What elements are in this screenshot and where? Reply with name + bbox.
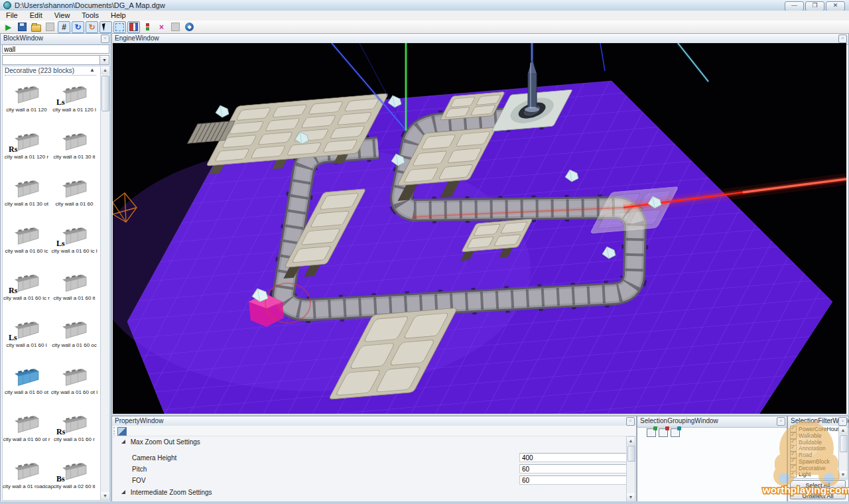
filter-item[interactable]: Light [789, 472, 840, 478]
selection-grouping-window: SelectionGroupingWindow ▫ [637, 416, 787, 502]
block-category-select[interactable]: ▼ [2, 55, 109, 65]
selection-filter-window: SelectionFilterWindow ▫ PowerCoreHousing… [787, 416, 849, 502]
block-item[interactable]: Lscity wall a 01 60 l [3, 313, 50, 360]
filter-list: PowerCoreHousing Walkable Buildable Anno… [789, 426, 840, 479]
block-window-titlebar[interactable]: BlockWindow ▫ [1, 34, 111, 45]
main-toolbar: ▶ # ↻ ↻ × ◆ [0, 21, 849, 34]
horizontal-splitter[interactable] [111, 414, 849, 416]
shuffle-icon[interactable]: × [155, 21, 168, 33]
block-item[interactable]: Bscity wall a 02 60 it [50, 454, 98, 501]
scroll-down-icon[interactable]: ▼ [101, 492, 109, 500]
engine-viewport[interactable] [113, 43, 846, 414]
menu-help[interactable]: Help [105, 11, 132, 21]
play-icon[interactable]: ▶ [2, 21, 15, 33]
grid-snap-icon[interactable]: # [58, 21, 70, 33]
fov-field[interactable] [519, 475, 633, 485]
menu-bar: File Edit View Tools Help [0, 11, 849, 21]
block-item[interactable]: Rscity wall a 01 60 r [50, 407, 98, 454]
vertical-splitter[interactable] [110, 33, 111, 501]
wall-block-icon [60, 317, 88, 341]
merge-group-icon[interactable] [671, 428, 680, 437]
block-item[interactable]: city wall a 01 120 [3, 78, 50, 125]
filter-item[interactable]: Decorative [789, 465, 840, 472]
block-item-highlighted[interactable]: city wall a 01 60 ot [3, 360, 50, 407]
expander-icon[interactable] [121, 440, 125, 444]
chevron-up-icon[interactable]: ▲ [90, 67, 95, 73]
block-item[interactable]: Lscity wall a 01 60 ic l [50, 219, 98, 266]
scroll-up-icon[interactable]: ▲ [839, 426, 847, 434]
block-item[interactable]: city wall a 01 60 ot l [50, 360, 98, 407]
block-list-scrollbar[interactable]: ▲ ▼ [100, 66, 110, 501]
select-all-button[interactable]: Select All [790, 480, 846, 489]
filter-scrollbar[interactable]: ▲ ▼ [838, 426, 848, 479]
scrollbar-thumb[interactable] [840, 435, 848, 452]
camera-height-field[interactable] [519, 453, 633, 462]
scrollbar-thumb[interactable] [101, 76, 109, 111]
block-item[interactable]: Lscity wall a 01 120 l [50, 78, 98, 125]
property-label: Pitch [132, 466, 147, 473]
open-folder-icon[interactable] [30, 21, 42, 33]
filter-item[interactable]: PowerCoreHousing [789, 426, 840, 432]
checkbox-icon[interactable] [790, 471, 797, 477]
close-icon[interactable]: ✕ [826, 1, 845, 11]
block-item[interactable]: city wall a 01 30 ot [3, 172, 50, 219]
scroll-up-icon[interactable]: ▲ [627, 437, 635, 445]
window-titlebar[interactable]: D:\Users\shannon\Documents\DG_A Map.dgw … [0, 0, 849, 11]
property-group-header[interactable]: Max Zoom Out Settings [121, 438, 200, 446]
engine-viewport-3d-scene[interactable] [113, 43, 846, 414]
scrollbar-thumb[interactable] [627, 446, 635, 462]
filter-item[interactable]: Annotation [789, 445, 840, 452]
split-view-icon[interactable] [127, 21, 140, 33]
filter-item[interactable]: SpawnBlock [789, 458, 840, 465]
property-toolbar [112, 426, 636, 436]
waypoint-icon[interactable] [141, 21, 154, 33]
menu-file[interactable]: File [0, 11, 24, 21]
block-item[interactable]: city wall a 01 60 ot r [3, 407, 50, 454]
block-item[interactable]: city wall a 01 60 oc [50, 313, 98, 360]
cursor-select-icon[interactable] [99, 21, 112, 33]
scroll-down-icon[interactable]: ▼ [839, 471, 847, 479]
compass-icon[interactable]: ◆ [183, 21, 196, 33]
property-scrollbar[interactable]: ▲ ▼ [626, 436, 635, 502]
rotate-block-icon[interactable]: ↻ [86, 21, 98, 33]
wall-block-icon [60, 129, 88, 153]
marquee-select-icon[interactable] [113, 21, 126, 33]
rotate-cw-icon[interactable]: ↻ [72, 21, 84, 33]
close-icon[interactable]: ▫ [101, 34, 109, 43]
expander-icon[interactable] [121, 490, 125, 494]
restore-icon[interactable]: ❐ [805, 1, 824, 11]
unselect-all-button[interactable]: Unselect All [790, 491, 846, 499]
block-search-input[interactable] [2, 44, 109, 54]
pitch-field[interactable] [519, 464, 633, 473]
menu-edit[interactable]: Edit [24, 11, 48, 21]
wall-block-icon [13, 82, 40, 105]
filter-item[interactable]: Road [789, 452, 840, 458]
menu-view[interactable]: View [48, 11, 76, 21]
block-item[interactable]: city wall a 01 30 it [50, 125, 98, 172]
block-item[interactable]: city wall a 01 60 it [50, 266, 98, 313]
filter-item[interactable]: Walkable [789, 432, 840, 439]
block-item[interactable]: Rscity wall a 01 60 ic r [3, 266, 50, 313]
block-item[interactable]: Rscity wall a 01 120 r [3, 125, 50, 172]
block-category-header[interactable]: Decorative (223 blocks) ▲ [5, 67, 96, 76]
close-icon[interactable]: ▫ [838, 417, 847, 426]
close-icon[interactable]: ▫ [838, 34, 847, 43]
close-icon[interactable]: ▫ [626, 417, 635, 426]
minimize-icon[interactable]: — [785, 1, 804, 11]
create-group-icon[interactable] [647, 428, 656, 437]
grouping-window-titlebar[interactable]: SelectionGroupingWindow ▫ [637, 416, 787, 428]
properties-icon[interactable] [117, 427, 127, 436]
remove-group-icon[interactable] [659, 428, 668, 437]
scroll-up-icon[interactable]: ▲ [101, 66, 109, 74]
chevron-down-icon[interactable]: ▼ [99, 56, 109, 64]
scroll-down-icon[interactable]: ▼ [627, 493, 635, 501]
close-icon[interactable]: ▫ [777, 417, 785, 426]
block-item[interactable]: city wall a 01 60 ic [3, 219, 50, 266]
filter-item[interactable]: Buildable [789, 439, 840, 446]
block-item[interactable]: city wall a 01 roadcap [3, 454, 50, 501]
block-item[interactable]: city wall a 01 60 [50, 172, 98, 219]
menu-tools[interactable]: Tools [76, 11, 105, 21]
wall-block-icon [13, 176, 40, 200]
property-group-header[interactable]: Intermediate Zoom Settings [121, 489, 212, 496]
save-icon[interactable] [16, 21, 29, 33]
